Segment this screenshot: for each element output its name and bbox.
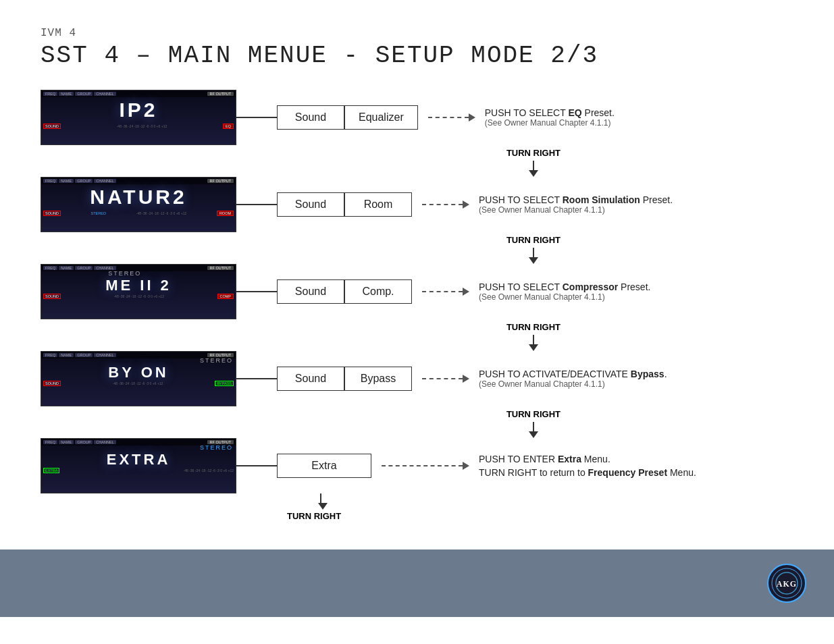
turn-right-label-4: TURN RIGHT bbox=[506, 409, 561, 419]
screen-main-text-4: BY ON bbox=[108, 364, 168, 381]
screen-1: FREQ NAME GROUP CHANNEL RF OUTPUT IP2 SO… bbox=[41, 90, 236, 145]
rf-output-badge: RF OUTPUT bbox=[207, 92, 234, 96]
screen-stereo-4: STEREO bbox=[41, 357, 236, 364]
turn-right-5: TURN RIGHT bbox=[273, 493, 793, 522]
sound-badge-1: SOUND bbox=[43, 124, 61, 129]
menu-box-sound-1: Sound bbox=[277, 105, 344, 130]
screen-4: FREQ NAME GROUP CHANNEL RF OUTPUT STEREO… bbox=[41, 351, 236, 406]
turn-right-label-1: TURN RIGHT bbox=[506, 148, 561, 158]
turn-right-label-5: TURN RIGHT bbox=[287, 511, 341, 521]
menu-boxes-1: Sound Equalizer bbox=[277, 105, 418, 130]
screen-main-text-1: IP2 bbox=[119, 99, 157, 122]
group-tab: GROUP bbox=[75, 92, 93, 96]
menu-box-extra: Extra bbox=[277, 454, 371, 478]
turn-right-1: TURN RIGHT bbox=[273, 145, 793, 177]
row-1: FREQ NAME GROUP CHANNEL RF OUTPUT IP2 SO… bbox=[41, 90, 793, 145]
menu-box-bypass: Bypass bbox=[344, 367, 412, 391]
sound-badge-4: SOUND bbox=[43, 381, 61, 386]
desc-bold-4: Bypass bbox=[631, 369, 664, 379]
desc-main5a: PUSH TO ENTER bbox=[479, 454, 558, 464]
group-tab-3: GROUP bbox=[75, 266, 93, 270]
connector-5 bbox=[236, 465, 277, 466]
meter-5: -48 -36 -24 -18 -12 -6 -3 0 +6 +12 bbox=[184, 468, 234, 473]
stereo-badge-2: STEREO bbox=[91, 211, 107, 215]
menu-box-comp: Comp. bbox=[344, 279, 412, 304]
menu-box-sound-3: Sound bbox=[277, 279, 344, 304]
turn-right-2: TURN RIGHT bbox=[273, 232, 793, 264]
desc-main-4: PUSH TO ACTIVATE/DEACTIVATE bbox=[479, 369, 631, 379]
page-title: SST 4 – MAIN MENUE - SETUP MODE 2/3 bbox=[41, 42, 793, 70]
diagram-section: FREQ NAME GROUP CHANNEL RF OUTPUT IP2 SO… bbox=[41, 90, 793, 522]
menu-boxes-3: Sound Comp. bbox=[277, 279, 412, 304]
desc-5: PUSH TO ENTER Extra Menu. TURN RIGHT to … bbox=[479, 454, 696, 478]
dashed-arrow-3 bbox=[422, 288, 469, 296]
freq-tab-2: FREQ bbox=[43, 179, 57, 183]
row-3: FREQ NAME GROUP CHANNEL RF OUTPUT STEREO… bbox=[41, 264, 793, 319]
screen-3: FREQ NAME GROUP CHANNEL RF OUTPUT STEREO… bbox=[41, 264, 236, 319]
desc-bold5a: Extra bbox=[558, 454, 581, 464]
menu-box-equalizer: Equalizer bbox=[344, 105, 418, 130]
turn-right-3: TURN RIGHT bbox=[273, 319, 793, 351]
freq-tab: FREQ bbox=[43, 92, 57, 96]
rf-output-badge-3: RF OUTPUT bbox=[207, 266, 234, 270]
channel-tab-2: CHANNEL bbox=[94, 179, 115, 183]
menu-boxes-5: Extra bbox=[277, 454, 371, 478]
meter-1: -48 -36 -24 -18 -12 -6 -3 0 +6 +12 bbox=[117, 124, 167, 128]
freq-tab-3: FREQ bbox=[43, 266, 57, 270]
screen-5: FREQ NAME GROUP CHANNEL RF OUTPUT STEREO… bbox=[41, 438, 236, 493]
screen-stereo-5: STEREO bbox=[41, 444, 236, 451]
connector-3 bbox=[236, 291, 277, 292]
bypass-badge: BYPASS bbox=[215, 381, 234, 386]
name-tab-3: NAME bbox=[59, 266, 74, 270]
row-5: FREQ NAME GROUP CHANNEL RF OUTPUT STEREO… bbox=[41, 438, 793, 493]
meter-3: -48 -36 -24 -18 -12 -6 -3 0 +6 +12 bbox=[113, 294, 164, 298]
screen-2: FREQ NAME GROUP CHANNEL RF OUTPUT NATUR2… bbox=[41, 177, 236, 232]
desc-after-3: Preset. bbox=[618, 281, 650, 292]
desc-after-1: Preset. bbox=[582, 107, 615, 118]
desc-after-4: . bbox=[664, 369, 667, 379]
name-tab-2: NAME bbox=[59, 179, 74, 183]
screen-main-text-3: ME II 2 bbox=[105, 277, 172, 294]
desc-1: PUSH TO SELECT EQ Preset. (See Owner Man… bbox=[485, 107, 615, 128]
desc-bold-2: Room Simulation bbox=[563, 194, 640, 205]
desc-main5b: TURN RIGHT to return to bbox=[479, 467, 588, 478]
turn-right-label-2: TURN RIGHT bbox=[506, 235, 561, 245]
desc-chapter-1: (See Owner Manual Chapter 4.1.1) bbox=[485, 118, 615, 128]
dashed-arrow-1 bbox=[428, 113, 475, 122]
menu-box-room: Room bbox=[344, 192, 412, 217]
desc-after-2: Preset. bbox=[640, 194, 673, 205]
desc-bold-1: EQ bbox=[568, 107, 581, 118]
turn-right-4: TURN RIGHT bbox=[273, 406, 793, 438]
main-content: IVM 4 SST 4 – MAIN MENUE - SETUP MODE 2/… bbox=[0, 0, 834, 536]
comp-badge: COMP bbox=[217, 294, 234, 299]
connector-2 bbox=[236, 204, 277, 205]
desc-bold5b: Frequency Preset bbox=[588, 467, 668, 478]
name-tab: NAME bbox=[59, 92, 74, 96]
channel-tab: CHANNEL bbox=[94, 92, 115, 96]
screen-small-text-3: STEREO bbox=[105, 270, 172, 277]
desc-chapter-3: (See Owner Manual Chapter 4.1.1) bbox=[479, 292, 650, 302]
footer: AKG bbox=[0, 549, 834, 617]
desc-4: PUSH TO ACTIVATE/DEACTIVATE Bypass. (See… bbox=[479, 369, 667, 389]
menu-box-sound-2: Sound bbox=[277, 192, 344, 217]
dashed-arrow-2 bbox=[422, 200, 469, 209]
row-4: FREQ NAME GROUP CHANNEL RF OUTPUT STEREO… bbox=[41, 351, 793, 406]
desc-main-3: PUSH TO SELECT bbox=[479, 281, 563, 292]
svg-text:AKG: AKG bbox=[777, 579, 797, 589]
desc-after5a: Menu. bbox=[581, 454, 610, 464]
desc-after5b: Menu. bbox=[667, 467, 696, 478]
extra-badge: EXTRA bbox=[43, 468, 59, 473]
desc-main-1: PUSH TO SELECT bbox=[485, 107, 569, 118]
sound-badge-3: SOUND bbox=[43, 294, 61, 299]
desc-chapter-2: (See Owner Manual Chapter 4.1.1) bbox=[479, 205, 673, 215]
desc-bold-3: Compressor bbox=[563, 281, 618, 292]
sound-badge-2: SOUND bbox=[43, 211, 61, 216]
row-2: FREQ NAME GROUP CHANNEL RF OUTPUT NATUR2… bbox=[41, 177, 793, 232]
menu-boxes-4: Sound Bypass bbox=[277, 367, 412, 391]
room-badge: ROOM bbox=[217, 211, 234, 216]
akg-logo: AKG bbox=[766, 563, 807, 603]
desc-main-2: PUSH TO SELECT bbox=[479, 194, 563, 205]
screen-main-text-5: EXTRA bbox=[107, 451, 171, 468]
desc-2: PUSH TO SELECT Room Simulation Preset. (… bbox=[479, 194, 673, 215]
meter-4: -48 -36 -24 -18 -12 -6 -3 0 +6 +12 bbox=[113, 381, 163, 385]
